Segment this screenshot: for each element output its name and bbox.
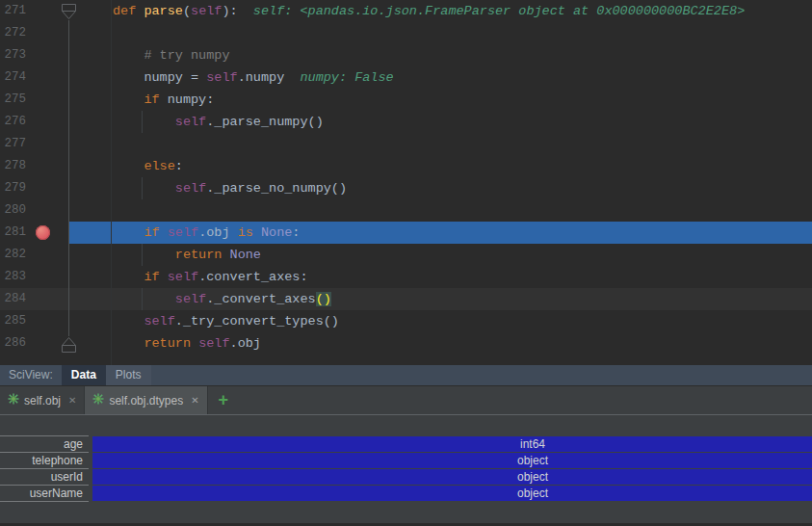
row-header[interactable]: age <box>0 436 89 453</box>
line-number: 281 <box>0 222 26 244</box>
code-token: .obj <box>198 225 238 240</box>
code-line[interactable]: if numpy: <box>113 89 214 111</box>
tab-plots[interactable]: Plots <box>106 365 151 385</box>
code-line[interactable]: if self.obj is None: <box>113 222 300 244</box>
line-number: 280 <box>0 199 26 222</box>
code-token: self <box>198 336 229 351</box>
code-token: numpy: <box>168 92 215 107</box>
code-token: : <box>175 159 183 173</box>
code-token <box>113 115 175 129</box>
code-line[interactable]: self._try_convert_types() <box>113 310 339 332</box>
sciview-toolbar: SciView: Data Plots <box>0 365 812 385</box>
code-token: self <box>191 4 222 18</box>
code-line[interactable]: return None <box>113 244 261 266</box>
code-token: ._parse_numpy() <box>206 115 324 129</box>
row-header[interactable]: userId <box>0 469 89 486</box>
code-token: if <box>113 225 168 240</box>
dtypes-table: ageint64telephoneobjectuserIdobjectuserN… <box>0 414 812 523</box>
line-number: 278 <box>0 155 26 177</box>
code-token: else <box>113 159 175 173</box>
code-token: .obj <box>230 336 261 351</box>
code-token: None <box>230 248 261 262</box>
code-line[interactable]: # try numpy <box>113 44 230 66</box>
code-token: def <box>113 4 144 18</box>
code-line[interactable]: def parse(self): self: <pandas.io.json.F… <box>113 0 745 22</box>
row-header[interactable]: userName <box>0 486 89 502</box>
line-number: 286 <box>0 332 26 355</box>
data-tab-label: self.obj <box>24 394 61 408</box>
code-line[interactable]: else: <box>113 155 183 177</box>
code-token: if <box>113 270 168 284</box>
add-tab-button[interactable]: + <box>208 386 240 414</box>
code-token: # try numpy <box>113 48 230 63</box>
data-tab-label: self.obj.dtypes <box>109 394 183 408</box>
line-number: 282 <box>0 244 26 266</box>
cell-value: object <box>92 469 812 485</box>
code-line[interactable]: numpy = self.numpy numpy: False <box>113 66 394 89</box>
table-cell[interactable]: object <box>92 453 812 468</box>
method-fold-start-icon[interactable] <box>61 3 77 25</box>
code-token: self <box>168 225 198 240</box>
plus-icon: + <box>219 390 229 410</box>
method-scope-line <box>68 20 69 336</box>
debugger-inline-value: numpy: False <box>284 70 393 85</box>
code-token: ._parse_no_numpy() <box>206 181 347 196</box>
ide-window: 271def parse(self): self: <pandas.io.jso… <box>0 0 812 526</box>
data-tab-self-obj[interactable]: self.obj ✕ <box>0 386 85 414</box>
line-number: 284 <box>0 288 26 310</box>
code-line[interactable]: self._convert_axes() <box>113 288 331 310</box>
line-number: 283 <box>0 266 26 288</box>
code-token: self <box>175 292 206 306</box>
code-token: is <box>238 225 261 240</box>
code-line[interactable]: self._parse_no_numpy() <box>113 177 347 199</box>
code-token <box>113 181 175 196</box>
close-icon[interactable]: ✕ <box>188 395 198 406</box>
breakpoint-icon[interactable] <box>36 225 50 240</box>
gutter-border <box>111 0 112 365</box>
table-cell[interactable]: object <box>92 469 812 485</box>
row-header[interactable]: telephone <box>0 453 89 469</box>
sciview-data-icon <box>92 393 104 408</box>
code-token: self <box>175 181 206 196</box>
code-token: : <box>292 225 300 240</box>
code-token: return <box>113 248 230 262</box>
code-token: self <box>168 270 198 284</box>
code-token: self <box>206 70 237 85</box>
code-token: parse <box>144 4 183 18</box>
code-token: ): <box>222 4 237 18</box>
data-tab-self-obj-dtypes[interactable]: self.obj.dtypes ✕ <box>85 386 207 414</box>
line-number: 275 <box>0 89 26 111</box>
tab-data[interactable]: Data <box>62 365 106 385</box>
table-cell[interactable]: object <box>92 486 812 501</box>
method-fold-end-icon[interactable] <box>61 335 77 357</box>
cell-value: object <box>92 453 812 468</box>
code-editor[interactable]: 271def parse(self): self: <pandas.io.jso… <box>0 0 812 365</box>
code-token: .convert_axes: <box>198 270 307 284</box>
code-token: ._try_convert_types() <box>175 314 339 329</box>
close-icon[interactable]: ✕ <box>65 395 76 406</box>
sciview-label: SciView: <box>0 365 62 385</box>
code-token: () <box>316 292 331 306</box>
table-cell[interactable]: int64 <box>92 436 812 452</box>
code-token: None <box>261 225 292 240</box>
line-number: 274 <box>0 66 26 89</box>
code-token <box>113 314 144 329</box>
line-number: 271 <box>0 0 26 22</box>
cell-value: object <box>92 486 812 501</box>
line-number: 272 <box>0 22 26 44</box>
data-tab-strip: self.obj ✕ self.obj.dtypes ✕ + <box>0 385 812 414</box>
line-number: 276 <box>0 111 26 133</box>
code-token: self <box>144 314 174 329</box>
code-token: .numpy <box>238 70 285 85</box>
code-token <box>113 292 175 306</box>
line-number: 279 <box>0 177 26 199</box>
line-number: 277 <box>0 133 26 155</box>
code-token: ._convert_axes <box>206 292 315 306</box>
code-line[interactable]: self._parse_numpy() <box>113 111 324 133</box>
code-line[interactable]: if self.convert_axes: <box>113 266 308 288</box>
line-number: 273 <box>0 44 26 66</box>
code-line[interactable]: return self.obj <box>113 332 261 355</box>
code-token: self <box>175 115 206 129</box>
code-token: if <box>113 92 168 107</box>
code-token: return <box>113 336 198 351</box>
